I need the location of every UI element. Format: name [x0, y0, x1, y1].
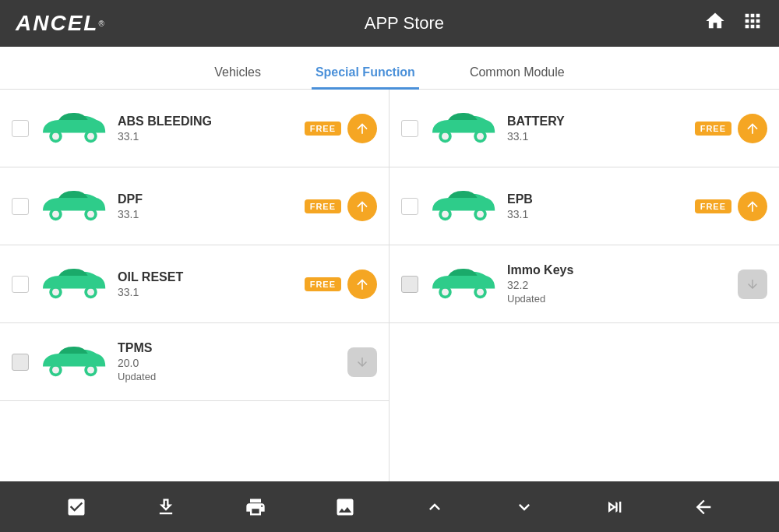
download-button[interactable] [146, 488, 185, 527]
update-button-dpf[interactable] [347, 192, 377, 221]
app-actions-immokeys [738, 270, 767, 299]
app-actions-dpf: FREE [305, 192, 377, 221]
app-version: 33.1 [118, 286, 295, 298]
app-checkbox-oilreset[interactable] [12, 276, 29, 293]
grid-icon[interactable] [742, 10, 763, 37]
list-item: DPF 33.1 FREE [0, 167, 389, 245]
car-icon-battery [428, 107, 498, 150]
print-button[interactable] [236, 488, 275, 527]
app-checkbox-abs[interactable] [12, 120, 29, 137]
scroll-down-button[interactable] [505, 488, 544, 527]
list-item: EPB 33.1 FREE [390, 167, 779, 245]
tab-common-module[interactable]: Common Module [466, 58, 569, 90]
app-info-epb: EPB 33.1 [507, 192, 686, 220]
free-badge: FREE [695, 122, 731, 136]
svg-point-27 [477, 288, 484, 295]
select-all-button[interactable] [57, 488, 96, 527]
list-item: TPMS 20.0 Updated [0, 323, 389, 401]
app-info-immokeys: Immo Keys 32.2 Updated [507, 263, 728, 305]
app-version: 33.1 [118, 130, 295, 143]
app-name: Immo Keys [507, 263, 728, 277]
app-actions-battery: FREE [695, 114, 767, 143]
svg-point-9 [52, 288, 59, 295]
car-icon-dpf [38, 185, 108, 227]
app-name: EPB [507, 192, 686, 206]
tab-special-function[interactable]: Special Function [312, 58, 419, 90]
app-status: Updated [507, 293, 728, 305]
car-icon-abs [38, 107, 108, 150]
list-item: Immo Keys 32.2 Updated [390, 245, 779, 323]
tab-vehicles[interactable]: Vehicles [210, 58, 265, 90]
free-badge: FREE [305, 122, 341, 136]
app-checkbox-epb[interactable] [401, 198, 418, 215]
list-item: OIL RESET 33.1 FREE [0, 245, 389, 323]
free-badge: FREE [305, 277, 341, 291]
svg-point-17 [442, 132, 449, 139]
app-version: 20.0 [118, 357, 338, 369]
app-info-tpms: TPMS 20.0 Updated [118, 341, 338, 382]
header: ANCEL® APP Store [0, 0, 779, 47]
logo-text: ANCEL [16, 11, 98, 36]
update-button-oilreset[interactable] [347, 270, 377, 299]
app-info-battery: BATTERY 33.1 [507, 115, 686, 143]
app-info-oilreset: OIL RESET 33.1 [118, 270, 295, 298]
app-name: BATTERY [507, 115, 686, 129]
app-checkbox-tpms[interactable] [12, 354, 29, 371]
app-actions-oilreset: FREE [305, 270, 377, 299]
svg-point-13 [52, 366, 59, 373]
app-name: DPF [118, 192, 295, 206]
header-actions [704, 10, 763, 37]
app-name: ABS BLEEDING [118, 115, 295, 129]
toolbar [0, 481, 779, 532]
car-icon-epb [428, 185, 498, 227]
update-button-battery[interactable] [738, 114, 767, 143]
logo: ANCEL® [16, 11, 104, 36]
svg-point-21 [442, 210, 449, 217]
app-name: OIL RESET [118, 270, 295, 284]
download-button-tpms[interactable] [347, 347, 377, 377]
app-version: 33.1 [118, 208, 295, 220]
car-icon-tpms [38, 341, 108, 383]
app-checkbox-dpf[interactable] [12, 198, 29, 215]
svg-point-25 [442, 288, 449, 295]
svg-point-1 [52, 132, 59, 139]
update-button-epb[interactable] [738, 192, 767, 221]
back-button[interactable] [684, 488, 723, 527]
svg-point-19 [477, 132, 484, 139]
list-item: ABS BLEEDING 33.1 FREE [0, 90, 389, 167]
download-button-immokeys[interactable] [738, 270, 767, 299]
tab-bar: Vehicles Special Function Common Module [0, 47, 779, 90]
svg-point-7 [87, 210, 94, 217]
home-icon[interactable] [704, 10, 726, 37]
app-info-dpf: DPF 33.1 [118, 192, 295, 220]
svg-point-3 [87, 132, 94, 139]
right-column: BATTERY 33.1 FREE [390, 90, 779, 481]
app-info-abs: ABS BLEEDING 33.1 [118, 115, 295, 143]
app-list: ABS BLEEDING 33.1 FREE [0, 90, 779, 481]
svg-point-15 [87, 366, 94, 373]
left-column: ABS BLEEDING 33.1 FREE [0, 90, 390, 481]
app-status: Updated [118, 371, 338, 382]
scroll-up-button[interactable] [415, 488, 454, 527]
app-version: 33.1 [507, 208, 686, 220]
app-actions-tpms [347, 347, 377, 377]
app-actions-epb: FREE [695, 192, 767, 221]
app-version: 32.2 [507, 279, 728, 291]
free-badge: FREE [305, 199, 341, 213]
page-title: APP Store [104, 13, 704, 33]
list-item: BATTERY 33.1 FREE [390, 90, 779, 167]
app-actions-abs: FREE [305, 114, 377, 143]
svg-point-11 [87, 288, 94, 295]
screenshot-button[interactable] [326, 488, 365, 527]
update-button-abs[interactable] [347, 114, 377, 143]
app-checkbox-immokeys[interactable] [401, 276, 418, 293]
car-icon-immokeys [428, 263, 498, 305]
free-badge: FREE [695, 199, 731, 213]
app-version: 33.1 [507, 130, 686, 143]
app-checkbox-battery[interactable] [401, 120, 418, 137]
app-name: TPMS [118, 341, 338, 355]
svg-point-23 [477, 210, 484, 217]
car-icon-oilreset [38, 263, 108, 305]
forward-button[interactable] [594, 488, 633, 527]
svg-point-5 [52, 210, 59, 217]
